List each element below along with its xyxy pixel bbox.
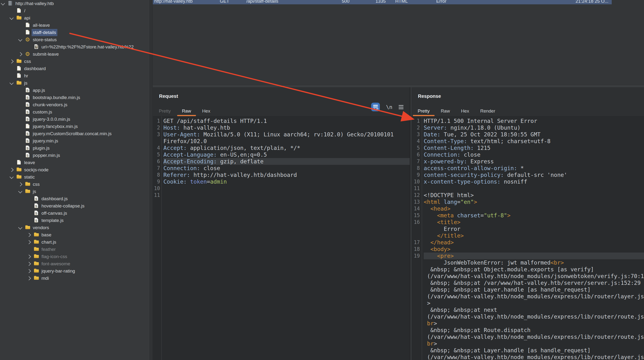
response-line: > xyxy=(412,300,644,306)
tree-item-jquery-mcustomscrollbar-concat-min-js[interactable]: jquery.mCustomScrollbar.concat.min.js xyxy=(0,130,149,137)
tree-item-hr[interactable]: hr xyxy=(0,72,149,80)
tree-item-base[interactable]: base xyxy=(0,231,149,238)
tree-splitter[interactable] xyxy=(149,0,153,360)
request-line-text: Accept-Language: en-US,en;q=0.5 xyxy=(164,151,410,158)
tree-item-dashboard-js[interactable]: dashboard.js xyxy=(0,195,149,202)
folder-icon xyxy=(34,268,39,274)
response-line-text: br> xyxy=(424,320,644,327)
line-number: 14 xyxy=(412,205,420,212)
tree-item-url-22http-2f-2fstore-hat-valley-htb-22[interactable]: url=%22http:%2F%2Fstore.hat-valley.htb%2… xyxy=(0,43,149,50)
response-editor[interactable]: 1HTTP/1.1 500 Internal Server Error2Serv… xyxy=(412,116,644,360)
chevron-down-icon[interactable] xyxy=(18,190,22,194)
tree-item-mdi[interactable]: mdi xyxy=(0,275,149,282)
tree-item-leave[interactable]: leave xyxy=(0,159,149,166)
tree-item-static[interactable]: static xyxy=(0,174,149,181)
history-cell-path: /api/staff-details xyxy=(246,0,278,4)
chevron-down-icon[interactable] xyxy=(1,2,5,6)
tree-item-jquery-fancybox-min-js[interactable]: jquery.fancybox.min.js xyxy=(0,123,149,130)
response-tab-pretty[interactable]: Pretty xyxy=(412,106,435,116)
response-line: br> xyxy=(412,340,644,347)
tree-item-jquery-bar-rating[interactable]: jquery-bar-rating xyxy=(0,268,149,275)
line-number xyxy=(412,347,420,354)
file-icon xyxy=(16,160,22,165)
tree-item-chunk-vendors-js[interactable]: chunk-vendors.js xyxy=(0,101,149,108)
http-history-table[interactable]: http://hat-valley.htb GET /api/staff-det… xyxy=(153,0,644,86)
tree-item-css[interactable]: css xyxy=(0,58,149,65)
request-tab-raw[interactable]: Raw xyxy=(176,106,197,116)
inspector-icon[interactable] xyxy=(371,103,380,111)
tree-item-api[interactable]: api xyxy=(0,14,149,22)
site-map-tree[interactable]: http://hat-valley.htb/apiall-leavestaff-… xyxy=(0,0,149,360)
tree-item-css[interactable]: css xyxy=(0,181,149,188)
response-line: </title> xyxy=(412,232,644,239)
request-line-text: Firefox/102.0 xyxy=(164,138,410,144)
response-line-text: <title> xyxy=(424,219,644,226)
jsfile-icon xyxy=(25,117,30,122)
menu-icon[interactable] xyxy=(399,107,404,108)
tree-item-flag-icon-css[interactable]: flag-icon-css xyxy=(0,253,149,260)
response-line: 17 </head> xyxy=(412,239,644,246)
response-tab-render[interactable]: Render xyxy=(474,106,500,116)
tree-item-store-status[interactable]: store-status xyxy=(0,36,149,43)
request-line-text xyxy=(164,192,410,198)
tree-item-app-js[interactable]: app.js xyxy=(0,87,149,94)
chevron-right-icon[interactable] xyxy=(10,168,14,172)
tree-item-submit-leave[interactable]: submit-leave xyxy=(0,50,149,58)
tree-item-label: plugin.js xyxy=(33,144,50,152)
tree-item-staff-details[interactable]: staff-details xyxy=(0,29,149,36)
chevron-right-icon[interactable] xyxy=(27,233,31,237)
tree-item-template-js[interactable]: template.js xyxy=(0,217,149,224)
tree-item-[interactable]: / xyxy=(0,7,149,14)
chevron-right-icon[interactable] xyxy=(27,276,31,280)
chevron-right-icon[interactable] xyxy=(27,240,31,244)
chevron-down-icon[interactable] xyxy=(10,175,14,179)
response-tab-hex[interactable]: Hex xyxy=(456,106,475,116)
newline-toggle-icon[interactable]: \n xyxy=(386,104,392,110)
chevron-right-icon[interactable] xyxy=(18,182,22,186)
request-tab-pretty[interactable]: Pretty xyxy=(153,106,176,116)
chevron-right-icon[interactable] xyxy=(27,255,31,259)
history-row-selected[interactable]: http://hat-valley.htb GET /api/staff-det… xyxy=(153,0,612,4)
chevron-down-icon[interactable] xyxy=(10,16,14,20)
tree-item-feather[interactable]: feather xyxy=(0,246,149,253)
tree-item-dashboard[interactable]: dashboard xyxy=(0,65,149,72)
tree-item-jquery-3-0-0-min-js[interactable]: jquery-3.0.0.min.js xyxy=(0,116,149,123)
request-response-splitter[interactable] xyxy=(410,87,412,360)
chevron-down-icon[interactable] xyxy=(18,38,22,42)
request-line-text: Cookie: token=admin xyxy=(164,178,410,185)
chevron-right-icon[interactable] xyxy=(27,269,31,273)
response-line: 5Content-Length: 1215 xyxy=(412,144,644,151)
tree-item-js[interactable]: js xyxy=(0,80,149,87)
chevron-right-icon[interactable] xyxy=(18,52,22,56)
tree-item-http-hat-valley-htb[interactable]: http://hat-valley.htb xyxy=(0,0,149,7)
tree-item-off-canvas-js[interactable]: off-canvas.js xyxy=(0,210,149,217)
chevron-down-icon[interactable] xyxy=(10,81,14,85)
tree-item-vendors[interactable]: vendors xyxy=(0,224,149,231)
tree-item-label: hr xyxy=(24,72,28,80)
tree-item-sockjs-node[interactable]: sockjs-node xyxy=(0,166,149,174)
tree-item-js[interactable]: js xyxy=(0,188,149,195)
tree-item-bootstrap-bundle-min-js[interactable]: bootstrap.bundle.min.js xyxy=(0,94,149,101)
tree-item-label: off-canvas.js xyxy=(42,210,67,217)
tree-item-label: dashboard.js xyxy=(42,195,68,202)
tree-item-chart-js[interactable]: chart.js xyxy=(0,238,149,246)
request-editor[interactable]: 1GET /api/staff-details HTTP/1.12Host: h… xyxy=(153,116,410,360)
tree-item-custom-js[interactable]: custom.js xyxy=(0,108,149,116)
response-tab-raw[interactable]: Raw xyxy=(435,106,456,116)
tree-item-font-awesome[interactable]: font-awesome xyxy=(0,260,149,268)
chevron-down-icon[interactable] xyxy=(18,226,22,230)
request-line: 10 xyxy=(153,185,410,192)
chevron-right-icon[interactable] xyxy=(10,60,14,64)
root-icon xyxy=(8,1,13,6)
tree-item-hoverable-collapse-js[interactable]: hoverable-collapse.js xyxy=(0,202,149,210)
line-number: 6 xyxy=(153,158,160,165)
tree-item-label: popper.min.js xyxy=(33,152,60,159)
tree-item-jquery-min-js[interactable]: jquery.min.js xyxy=(0,137,149,144)
tree-item-all-leave[interactable]: all-leave xyxy=(0,22,149,29)
tree-item-popper-min-js[interactable]: popper.min.js xyxy=(0,152,149,159)
tree-item-plugin-js[interactable]: plugin.js xyxy=(0,144,149,152)
tree-item-label: font-awesome xyxy=(42,260,70,268)
request-tab-hex[interactable]: Hex xyxy=(197,106,216,116)
chevron-right-icon[interactable] xyxy=(27,262,31,266)
response-line-text: (/var/www/hat-valley.htb/node_modules/js… xyxy=(424,273,644,280)
